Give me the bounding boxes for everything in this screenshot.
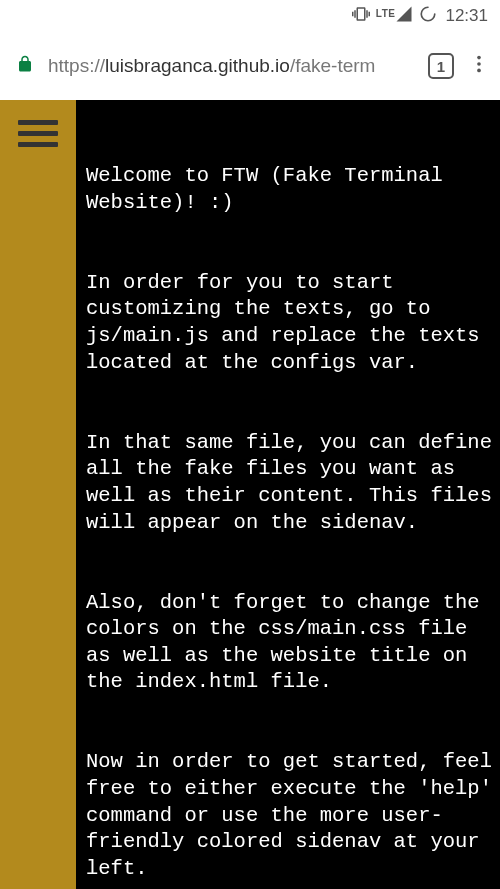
terminal-line: In that same file, you can define all th… bbox=[86, 430, 492, 537]
browser-toolbar: https://luisbraganca.github.io/fake-term… bbox=[0, 32, 500, 100]
url-host: luisbraganca.github.io bbox=[105, 55, 290, 76]
sidenav bbox=[0, 100, 76, 889]
terminal-line: In order for you to start customizing th… bbox=[86, 270, 492, 377]
vibrate-icon bbox=[352, 5, 370, 27]
status-clock: 12:31 bbox=[445, 6, 488, 26]
android-status-bar: LTE 12:31 bbox=[0, 0, 500, 32]
svg-point-0 bbox=[477, 56, 481, 60]
page-content: Welcome to FTW (Fake Terminal Website)! … bbox=[0, 100, 500, 889]
tab-count-label: 1 bbox=[437, 58, 445, 75]
url-path: /fake-term bbox=[290, 55, 376, 76]
signal-icon bbox=[395, 5, 413, 27]
svg-point-2 bbox=[477, 69, 481, 73]
terminal-line: Now in order to get started, feel free t… bbox=[86, 749, 492, 882]
more-menu-button[interactable] bbox=[468, 53, 490, 79]
terminal[interactable]: Welcome to FTW (Fake Terminal Website)! … bbox=[76, 100, 500, 889]
url-scheme: https:// bbox=[48, 55, 105, 76]
loading-spinner-icon bbox=[419, 5, 437, 27]
svg-point-1 bbox=[477, 62, 481, 66]
terminal-line: Welcome to FTW (Fake Terminal Website)! … bbox=[86, 163, 492, 216]
url-bar[interactable]: https://luisbraganca.github.io/fake-term bbox=[48, 55, 414, 77]
hamburger-icon[interactable] bbox=[18, 114, 58, 153]
network-type-label: LTE bbox=[376, 8, 396, 19]
tab-switcher-button[interactable]: 1 bbox=[428, 53, 454, 79]
terminal-line: Also, don't forget to change the colors … bbox=[86, 590, 492, 697]
lock-icon bbox=[16, 55, 34, 77]
